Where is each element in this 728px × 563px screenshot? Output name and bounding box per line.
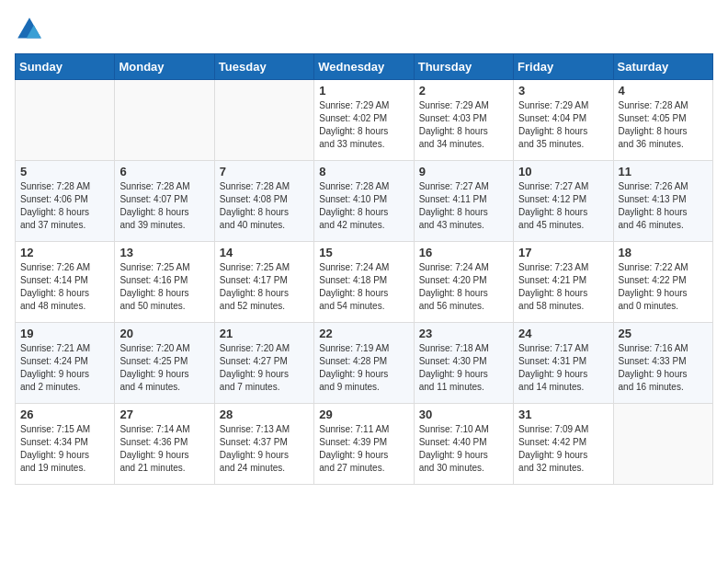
day-info: Sunrise: 7:21 AM Sunset: 4:24 PM Dayligh… xyxy=(20,342,109,394)
calendar-day-cell: 26Sunrise: 7:15 AM Sunset: 4:34 PM Dayli… xyxy=(16,404,115,485)
day-number: 10 xyxy=(518,165,608,178)
calendar-header-row: SundayMondayTuesdayWednesdayThursdayFrid… xyxy=(16,54,713,80)
calendar-day-cell: 2Sunrise: 7:29 AM Sunset: 4:03 PM Daylig… xyxy=(414,80,513,161)
calendar-day-cell: 4Sunrise: 7:28 AM Sunset: 4:05 PM Daylig… xyxy=(613,80,712,161)
day-number: 25 xyxy=(619,327,708,340)
day-info: Sunrise: 7:29 AM Sunset: 4:04 PM Dayligh… xyxy=(518,99,608,151)
calendar-day-cell xyxy=(214,80,313,161)
day-info: Sunrise: 7:16 AM Sunset: 4:33 PM Dayligh… xyxy=(619,342,708,394)
day-info: Sunrise: 7:26 AM Sunset: 4:13 PM Dayligh… xyxy=(619,180,708,232)
day-number: 4 xyxy=(619,84,708,98)
calendar-day-cell: 24Sunrise: 7:17 AM Sunset: 4:31 PM Dayli… xyxy=(514,323,613,404)
day-number: 3 xyxy=(518,84,608,98)
calendar-body: 1Sunrise: 7:29 AM Sunset: 4:02 PM Daylig… xyxy=(16,80,713,485)
logo xyxy=(15,15,48,44)
day-number: 30 xyxy=(419,408,508,421)
day-number: 14 xyxy=(220,246,309,259)
day-info: Sunrise: 7:14 AM Sunset: 4:36 PM Dayligh… xyxy=(119,423,209,475)
day-number: 7 xyxy=(220,165,309,178)
day-info: Sunrise: 7:22 AM Sunset: 4:22 PM Dayligh… xyxy=(619,261,708,313)
day-info: Sunrise: 7:29 AM Sunset: 4:03 PM Dayligh… xyxy=(419,99,508,151)
calendar-week-row: 12Sunrise: 7:26 AM Sunset: 4:14 PM Dayli… xyxy=(16,242,713,323)
calendar-day-cell: 6Sunrise: 7:28 AM Sunset: 4:07 PM Daylig… xyxy=(115,161,214,242)
day-info: Sunrise: 7:27 AM Sunset: 4:11 PM Dayligh… xyxy=(419,180,508,232)
day-number: 8 xyxy=(319,165,408,178)
day-number: 15 xyxy=(319,246,408,259)
day-info: Sunrise: 7:17 AM Sunset: 4:31 PM Dayligh… xyxy=(518,342,608,394)
day-number: 20 xyxy=(119,327,209,340)
day-header-friday: Friday xyxy=(514,54,613,80)
day-info: Sunrise: 7:20 AM Sunset: 4:27 PM Dayligh… xyxy=(220,342,309,394)
calendar-day-cell: 23Sunrise: 7:18 AM Sunset: 4:30 PM Dayli… xyxy=(414,323,513,404)
calendar-day-cell: 31Sunrise: 7:09 AM Sunset: 4:42 PM Dayli… xyxy=(514,404,613,485)
calendar-day-cell: 13Sunrise: 7:25 AM Sunset: 4:16 PM Dayli… xyxy=(115,242,214,323)
day-info: Sunrise: 7:28 AM Sunset: 4:06 PM Dayligh… xyxy=(20,180,109,232)
calendar-day-cell xyxy=(115,80,214,161)
calendar-day-cell: 28Sunrise: 7:13 AM Sunset: 4:37 PM Dayli… xyxy=(214,404,313,485)
calendar-day-cell: 10Sunrise: 7:27 AM Sunset: 4:12 PM Dayli… xyxy=(514,161,613,242)
day-header-monday: Monday xyxy=(115,54,214,80)
calendar-day-cell xyxy=(16,80,115,161)
calendar-day-cell: 14Sunrise: 7:25 AM Sunset: 4:17 PM Dayli… xyxy=(214,242,313,323)
calendar-day-cell: 11Sunrise: 7:26 AM Sunset: 4:13 PM Dayli… xyxy=(613,161,712,242)
day-header-wednesday: Wednesday xyxy=(314,54,414,80)
day-number: 6 xyxy=(119,165,209,178)
day-info: Sunrise: 7:18 AM Sunset: 4:30 PM Dayligh… xyxy=(419,342,508,394)
logo-icon xyxy=(15,15,44,44)
day-number: 31 xyxy=(518,408,608,421)
day-info: Sunrise: 7:25 AM Sunset: 4:16 PM Dayligh… xyxy=(119,261,209,313)
day-number: 21 xyxy=(220,327,309,340)
calendar-day-cell: 19Sunrise: 7:21 AM Sunset: 4:24 PM Dayli… xyxy=(16,323,115,404)
day-number: 26 xyxy=(20,408,109,421)
calendar-day-cell: 18Sunrise: 7:22 AM Sunset: 4:22 PM Dayli… xyxy=(613,242,712,323)
calendar-week-row: 5Sunrise: 7:28 AM Sunset: 4:06 PM Daylig… xyxy=(16,161,713,242)
day-header-sunday: Sunday xyxy=(16,54,115,80)
day-number: 27 xyxy=(119,408,209,421)
day-info: Sunrise: 7:23 AM Sunset: 4:21 PM Dayligh… xyxy=(518,261,608,313)
day-info: Sunrise: 7:24 AM Sunset: 4:18 PM Dayligh… xyxy=(319,261,408,313)
day-number: 11 xyxy=(619,165,708,178)
day-info: Sunrise: 7:28 AM Sunset: 4:05 PM Dayligh… xyxy=(619,99,708,151)
day-info: Sunrise: 7:29 AM Sunset: 4:02 PM Dayligh… xyxy=(319,99,408,151)
calendar-table: SundayMondayTuesdayWednesdayThursdayFrid… xyxy=(15,53,713,485)
day-info: Sunrise: 7:26 AM Sunset: 4:14 PM Dayligh… xyxy=(20,261,109,313)
day-number: 22 xyxy=(319,327,408,340)
calendar-day-cell: 8Sunrise: 7:28 AM Sunset: 4:10 PM Daylig… xyxy=(314,161,414,242)
day-number: 28 xyxy=(220,408,309,421)
day-info: Sunrise: 7:10 AM Sunset: 4:40 PM Dayligh… xyxy=(419,423,508,475)
day-number: 5 xyxy=(20,165,109,178)
day-info: Sunrise: 7:27 AM Sunset: 4:12 PM Dayligh… xyxy=(518,180,608,232)
calendar-day-cell: 21Sunrise: 7:20 AM Sunset: 4:27 PM Dayli… xyxy=(214,323,313,404)
day-info: Sunrise: 7:19 AM Sunset: 4:28 PM Dayligh… xyxy=(319,342,408,394)
calendar-week-row: 26Sunrise: 7:15 AM Sunset: 4:34 PM Dayli… xyxy=(16,404,713,485)
day-number: 18 xyxy=(619,246,708,259)
day-number: 12 xyxy=(20,246,109,259)
day-number: 16 xyxy=(419,246,508,259)
day-number: 29 xyxy=(319,408,408,421)
calendar-day-cell: 9Sunrise: 7:27 AM Sunset: 4:11 PM Daylig… xyxy=(414,161,513,242)
calendar-day-cell xyxy=(613,404,712,485)
calendar-day-cell: 5Sunrise: 7:28 AM Sunset: 4:06 PM Daylig… xyxy=(16,161,115,242)
day-info: Sunrise: 7:20 AM Sunset: 4:25 PM Dayligh… xyxy=(119,342,209,394)
day-info: Sunrise: 7:28 AM Sunset: 4:08 PM Dayligh… xyxy=(220,180,309,232)
day-number: 24 xyxy=(518,327,608,340)
calendar-week-row: 1Sunrise: 7:29 AM Sunset: 4:02 PM Daylig… xyxy=(16,80,713,161)
day-info: Sunrise: 7:15 AM Sunset: 4:34 PM Dayligh… xyxy=(20,423,109,475)
day-header-saturday: Saturday xyxy=(613,54,712,80)
calendar-day-cell: 17Sunrise: 7:23 AM Sunset: 4:21 PM Dayli… xyxy=(514,242,613,323)
calendar-day-cell: 1Sunrise: 7:29 AM Sunset: 4:02 PM Daylig… xyxy=(314,80,414,161)
day-info: Sunrise: 7:09 AM Sunset: 4:42 PM Dayligh… xyxy=(518,423,608,475)
day-info: Sunrise: 7:11 AM Sunset: 4:39 PM Dayligh… xyxy=(319,423,408,475)
day-number: 17 xyxy=(518,246,608,259)
day-number: 19 xyxy=(20,327,109,340)
day-number: 2 xyxy=(419,84,508,98)
calendar-day-cell: 20Sunrise: 7:20 AM Sunset: 4:25 PM Dayli… xyxy=(115,323,214,404)
calendar-week-row: 19Sunrise: 7:21 AM Sunset: 4:24 PM Dayli… xyxy=(16,323,713,404)
day-info: Sunrise: 7:13 AM Sunset: 4:37 PM Dayligh… xyxy=(220,423,309,475)
calendar-day-cell: 27Sunrise: 7:14 AM Sunset: 4:36 PM Dayli… xyxy=(115,404,214,485)
calendar-day-cell: 29Sunrise: 7:11 AM Sunset: 4:39 PM Dayli… xyxy=(314,404,414,485)
day-info: Sunrise: 7:25 AM Sunset: 4:17 PM Dayligh… xyxy=(220,261,309,313)
day-header-thursday: Thursday xyxy=(414,54,513,80)
day-info: Sunrise: 7:28 AM Sunset: 4:10 PM Dayligh… xyxy=(319,180,408,232)
day-header-tuesday: Tuesday xyxy=(214,54,313,80)
